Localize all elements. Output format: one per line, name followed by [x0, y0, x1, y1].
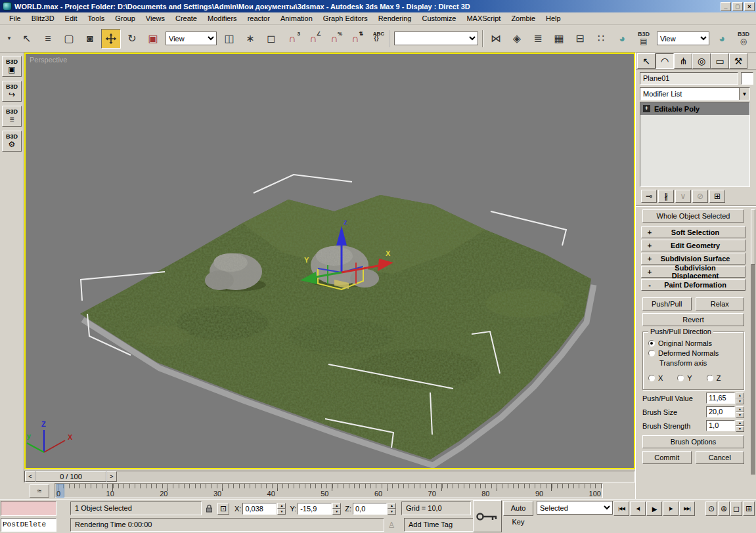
push-pull-value-field[interactable]: 11,65	[706, 393, 735, 404]
menu-item[interactable]: Graph Editors	[318, 13, 373, 24]
quick-render-button[interactable]: ◕	[712, 29, 732, 49]
spinner-snap-button[interactable]: ∩⇅	[345, 29, 365, 49]
tab-display[interactable]: ▭	[711, 53, 729, 69]
snap-toggle-button[interactable]: ∩3	[282, 29, 302, 49]
menu-item[interactable]: Blitz3D	[26, 13, 60, 24]
render-setup-button[interactable]: ◕	[612, 29, 632, 49]
show-end-result-button[interactable]: ∦	[658, 190, 674, 203]
close-button[interactable]: ×	[744, 2, 755, 11]
select-object-button[interactable]: ↖	[17, 29, 37, 49]
stack-item-editable-poly[interactable]: + Editable Poly	[640, 102, 749, 115]
deformed-normals-radio[interactable]	[648, 350, 655, 356]
open-mini-curve-editor-button[interactable]: ≈	[30, 484, 49, 498]
previous-frame-button[interactable]: ◀|	[630, 501, 646, 516]
menu-item[interactable]: Zombie	[506, 13, 541, 24]
scale-button[interactable]: ▣	[143, 29, 163, 49]
original-normals-radio[interactable]	[648, 340, 655, 347]
x-spinner[interactable]: ▲▼	[277, 503, 286, 514]
b3d-export-button[interactable]: B3D↪	[2, 81, 22, 102]
brush-size-field[interactable]: 20,0	[706, 406, 735, 417]
selection-filter-dropdown[interactable]: Selected	[537, 501, 613, 515]
z-coordinate-field[interactable]: 0,0	[353, 503, 387, 515]
tab-utilities[interactable]: ⚒	[729, 53, 747, 69]
push-pull-button[interactable]: Push/Pull	[642, 297, 692, 310]
menu-item[interactable]: Modifiers	[202, 13, 242, 24]
b3d-batch-button[interactable]: B3D≡	[2, 106, 22, 127]
brush-strength-spinner[interactable]: ▲▼	[736, 420, 744, 431]
cancel-button[interactable]: Cancel	[696, 451, 745, 464]
move-button[interactable]	[101, 29, 121, 49]
reference-coordinate-dropdown[interactable]: View	[166, 32, 217, 45]
b3d-settings-button[interactable]: B3D⚙	[2, 131, 22, 152]
use-pivot-center-button[interactable]: ◫	[219, 29, 239, 49]
revert-button[interactable]: Revert	[642, 313, 744, 326]
menu-item[interactable]: Views	[141, 13, 170, 24]
menu-item[interactable]: Animation	[275, 13, 318, 24]
minimize-button[interactable]: _	[721, 2, 731, 11]
percent-snap-button[interactable]: ∩%	[324, 29, 344, 49]
configure-modifier-sets-button[interactable]: ⊞	[709, 190, 725, 203]
next-frame-button[interactable]: |▶	[663, 501, 678, 516]
axis-x-radio[interactable]	[648, 375, 655, 381]
schematic-view-button[interactable]: ⊟	[570, 29, 590, 49]
menu-item[interactable]: Rendering	[373, 13, 417, 24]
menu-item[interactable]: Help	[541, 13, 566, 24]
zoom-extents-all-button[interactable]: ⊞	[743, 501, 755, 516]
go-to-start-button[interactable]: |◀◀	[613, 501, 629, 516]
timeline-ruler[interactable]: 0102030405060708090100	[55, 483, 603, 498]
rollout-subdivision-displacement[interactable]: + Subdivision Displacement	[641, 266, 745, 278]
menu-item[interactable]: Tools	[83, 13, 110, 24]
time-slider-track[interactable]: < 0 / 100 >	[24, 471, 635, 482]
modifier-list-dropdown[interactable]: Modifier List ▼	[640, 87, 750, 100]
expand-icon[interactable]: +	[643, 105, 650, 112]
b3d-save-button[interactable]: B3D▣	[2, 56, 22, 77]
modifier-stack-list[interactable]: + Editable Poly	[640, 102, 750, 187]
restore-button[interactable]: □	[732, 2, 743, 11]
menu-item[interactable]: Group	[110, 13, 141, 24]
select-manipulate-button[interactable]: ∗	[240, 29, 260, 49]
material-editor-button[interactable]: ∷	[591, 29, 611, 49]
lock-selection-icon[interactable]	[203, 503, 215, 515]
scrollbar-thumb[interactable]	[751, 209, 755, 265]
absolute-mode-icon[interactable]: ⊡	[217, 503, 229, 515]
render-type-dropdown[interactable]: View	[657, 32, 709, 45]
previous-frame-arrow[interactable]: <	[25, 471, 35, 482]
menu-item[interactable]: Create	[170, 13, 202, 24]
menu-item[interactable]: Customize	[416, 13, 461, 24]
axis-y-radio[interactable]	[677, 375, 684, 381]
brush-size-spinner[interactable]: ▲▼	[736, 406, 744, 417]
rollout-paint-deformation[interactable]: - Paint Deformation	[641, 279, 745, 291]
y-spinner[interactable]: ▲▼	[332, 503, 341, 514]
zoom-all-button[interactable]: ⊕	[718, 501, 730, 516]
macro-recorder-field[interactable]	[1, 501, 56, 516]
rollout-edit-geometry[interactable]: + Edit Geometry	[641, 240, 745, 251]
go-to-end-button[interactable]: ▶▶|	[679, 501, 695, 516]
menu-item[interactable]: Edit	[60, 13, 83, 24]
axis-z-radio[interactable]	[707, 375, 713, 381]
tab-motion[interactable]: ◎	[692, 53, 711, 69]
brush-strength-field[interactable]: 1,0	[706, 420, 735, 431]
tab-modify[interactable]: ◠	[656, 53, 674, 69]
perspective-viewport[interactable]: z X Y Z X y Perspective	[24, 53, 635, 469]
tab-create[interactable]: ↖	[637, 53, 656, 69]
commit-button[interactable]: Commit	[642, 451, 692, 464]
push-pull-value-spinner[interactable]: ▲▼	[736, 393, 744, 404]
brush-options-button[interactable]: Brush Options	[642, 435, 744, 448]
z-spinner[interactable]: ▲▼	[388, 503, 396, 514]
menu-item[interactable]: reactor	[242, 13, 275, 24]
time-slider-thumb[interactable]: 0 / 100	[35, 471, 106, 482]
y-coordinate-field[interactable]: -15,9	[298, 503, 332, 515]
panel-scrollbar[interactable]	[751, 209, 755, 475]
viewport-canvas[interactable]: z X Y Z X y	[26, 54, 634, 468]
toggle-set-key-mode-button[interactable]	[473, 500, 502, 532]
mirror-button[interactable]: ⋈	[486, 29, 506, 49]
maxscript-listener-field[interactable]: PostDElete	[1, 518, 56, 532]
zoom-extents-button[interactable]: ◻	[730, 501, 742, 516]
flyout-toggle-button[interactable]: ▼	[3, 31, 16, 47]
layer-manager-button[interactable]: ≣	[528, 29, 548, 49]
menu-item[interactable]: MAXScript	[461, 13, 506, 24]
selection-filter-button[interactable]: ◙	[80, 29, 100, 49]
menu-item[interactable]: File	[4, 13, 26, 24]
object-color-swatch[interactable]	[741, 72, 753, 85]
keyboard-override-button[interactable]: {}ABC	[367, 29, 386, 49]
